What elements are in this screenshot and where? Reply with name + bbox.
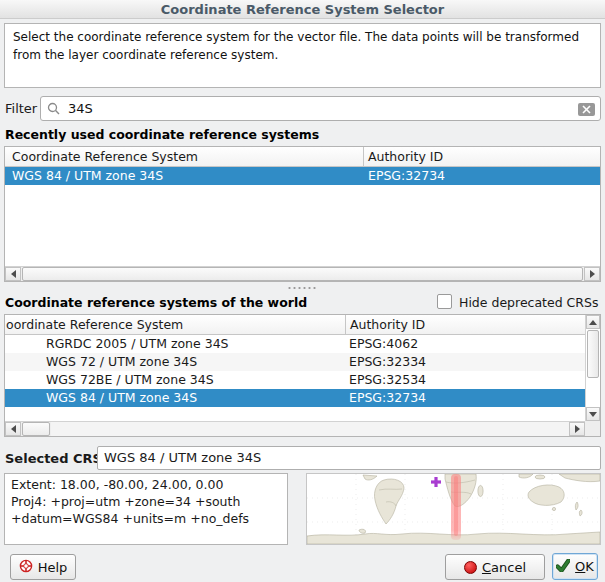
proj4-line2: +datum=WGS84 +units=m +no_defs: [11, 511, 281, 528]
recent-crs-heading: Recently used coordinate reference syste…: [5, 127, 319, 142]
scrollbar-thumb[interactable]: [22, 267, 583, 281]
crs-extent-map: [306, 473, 601, 545]
ok-button-label: OK: [575, 559, 594, 574]
world-crs-heading: Coordinate reference systems of the worl…: [5, 295, 307, 310]
selected-crs-field[interactable]: WGS 84 / UTM zone 34S: [97, 446, 601, 470]
scroll-left-icon[interactable]: [5, 422, 21, 436]
table-row[interactable]: RGRDC 2005 / UTM zone 34S EPSG:4062: [5, 335, 585, 353]
recent-horizontal-scrollbar[interactable]: [5, 266, 600, 281]
cancel-button-label: Cancel: [482, 560, 526, 575]
crs-details-box: Extent: 18.00, -80.00, 24.00, 0.00 Proj4…: [4, 473, 288, 545]
world-map-preview: [307, 474, 600, 544]
help-icon: [19, 559, 33, 576]
table-row[interactable]: WGS 84 / UTM zone 34S EPSG:32734: [5, 167, 600, 185]
clear-filter-icon[interactable]: [578, 103, 595, 116]
scrollbar-corner: [585, 421, 600, 436]
recent-table-header[interactable]: Coordinate Reference System Authority ID: [5, 147, 600, 167]
world-crs-table: oordinate Reference System Authority ID …: [4, 314, 601, 437]
window-title: Coordinate Reference System Selector: [0, 0, 605, 19]
world-table-header[interactable]: oordinate Reference System Authority ID: [5, 315, 600, 335]
cancel-icon: [464, 561, 477, 574]
scroll-left-icon[interactable]: [5, 267, 21, 281]
table-row[interactable]: WGS 72BE / UTM zone 34S EPSG:32534: [5, 371, 585, 389]
ok-check-icon: [556, 559, 570, 575]
cancel-button[interactable]: Cancel: [445, 554, 545, 580]
crs-authority: EPSG:32734: [349, 389, 426, 407]
column-divider[interactable]: [363, 147, 364, 167]
crs-authority: EPSG:32734: [368, 167, 445, 185]
table-row[interactable]: WGS 84 / UTM zone 34S EPSG:32734: [5, 389, 585, 407]
world-vertical-scrollbar[interactable]: [585, 315, 600, 421]
scroll-down-icon[interactable]: [586, 407, 600, 421]
crs-name: RGRDC 2005 / UTM zone 34S: [46, 335, 229, 353]
filter-label: Filter: [5, 101, 37, 116]
crs-name: WGS 84 / UTM zone 34S: [46, 389, 197, 407]
crs-name: WGS 72BE / UTM zone 34S: [46, 371, 214, 389]
search-icon: [47, 102, 61, 119]
description-text: Select the coordinate reference system f…: [4, 23, 601, 88]
scroll-right-icon[interactable]: [584, 267, 600, 281]
crs-name: WGS 84 / UTM zone 34S: [12, 167, 163, 185]
column-header-authority[interactable]: Authority ID: [368, 149, 443, 164]
scrollbar-thumb[interactable]: [22, 422, 50, 436]
hide-deprecated-label[interactable]: Hide deprecated CRSs: [459, 295, 598, 310]
crs-authority: EPSG:32534: [349, 371, 426, 389]
selected-crs-label: Selected CRS: [5, 451, 102, 466]
column-header-crs[interactable]: oordinate Reference System: [6, 317, 183, 332]
crs-selector-dialog: Coordinate Reference System Selector Sel…: [0, 0, 605, 582]
scrollbar-track[interactable]: [51, 422, 569, 436]
table-row[interactable]: WGS 72 / UTM zone 34S EPSG:32334: [5, 353, 585, 371]
help-button[interactable]: Help: [10, 554, 76, 580]
extent-line: Extent: 18.00, -80.00, 24.00, 0.00: [11, 477, 281, 494]
scroll-right-icon[interactable]: [569, 422, 585, 436]
recent-crs-table: Coordinate Reference System Authority ID…: [4, 146, 601, 282]
world-horizontal-scrollbar[interactable]: [5, 421, 585, 436]
crs-authority: EPSG:4062: [349, 335, 418, 353]
scrollbar-thumb[interactable]: [587, 330, 599, 378]
crs-authority: EPSG:32334: [349, 353, 426, 371]
column-divider[interactable]: [345, 315, 346, 335]
filter-input[interactable]: 34S: [40, 96, 601, 121]
splitter-handle[interactable]: [287, 286, 318, 290]
help-button-label: Help: [38, 560, 68, 575]
ok-button[interactable]: OK: [552, 553, 598, 580]
hide-deprecated-checkbox[interactable]: [437, 294, 452, 309]
column-header-crs[interactable]: Coordinate Reference System: [12, 149, 198, 164]
filter-value: 34S: [68, 101, 93, 116]
proj4-line: Proj4: +proj=utm +zone=34 +south: [11, 494, 281, 511]
column-header-authority[interactable]: Authority ID: [350, 317, 425, 332]
crs-name: WGS 72 / UTM zone 34S: [46, 353, 197, 371]
scrollbar-track[interactable]: [586, 379, 600, 407]
scroll-up-icon[interactable]: [586, 315, 600, 329]
